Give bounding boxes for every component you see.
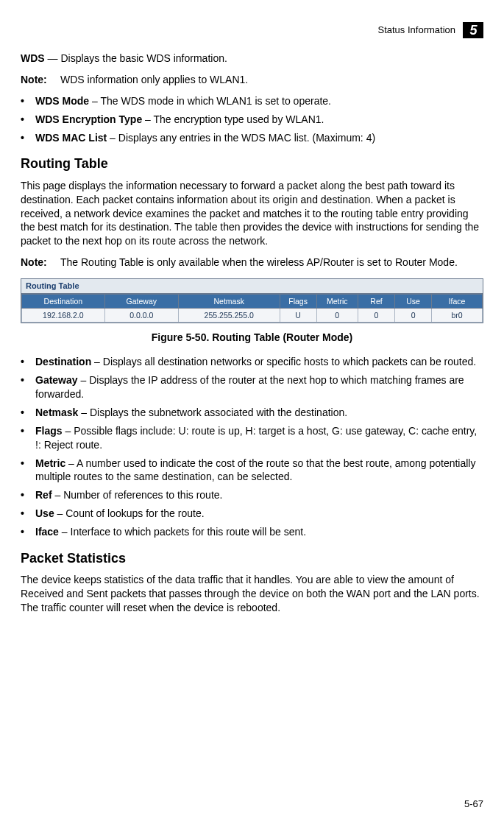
list-item: • Destination – Displays all destination… — [21, 355, 483, 369]
col-metric: Metric — [316, 294, 358, 308]
table-row: 192.168.2.0 0.0.0.0 255.255.255.0 U 0 0 … — [22, 309, 483, 323]
page-number: 5-67 — [464, 798, 483, 811]
header-section: Status Information — [378, 24, 456, 37]
packet-para: The device keeps statistics of the data … — [21, 573, 483, 615]
note-text: The Routing Table is only available when… — [60, 256, 458, 270]
wds-title-rest: — Displays the basic WDS information. — [45, 52, 227, 64]
cell-ref: 0 — [358, 309, 394, 323]
bullet-icon: • — [21, 406, 28, 420]
routing-para: This page displays the information neces… — [21, 179, 483, 248]
note-label: Note: — [21, 256, 53, 270]
wds-intro: WDS — Displays the basic WDS information… — [21, 52, 483, 66]
col-flags: Flags — [280, 294, 316, 308]
bullet-icon: • — [21, 94, 28, 108]
cell-iface: br0 — [432, 309, 483, 323]
figure-caption: Figure 5-50. Routing Table (Router Mode) — [21, 331, 483, 345]
list-item: • Iface – Interface to which packets for… — [21, 525, 483, 539]
list-item: • WDS MAC List – Displays any entries in… — [21, 131, 483, 145]
col-iface: Iface — [432, 294, 483, 308]
bullet-icon: • — [21, 131, 28, 145]
list-item: • Gateway – Displays the IP address of t… — [21, 373, 483, 401]
bullet-icon: • — [21, 355, 28, 369]
routing-table: Destination Gateway Netmask Flags Metric… — [21, 294, 483, 323]
table-header-row: Destination Gateway Netmask Flags Metric… — [22, 294, 483, 308]
packet-heading: Packet Statistics — [21, 549, 483, 567]
cell-gateway: 0.0.0.0 — [104, 309, 178, 323]
bullet-icon: • — [21, 113, 28, 127]
list-item: • Netmask – Displays the subnetwork asso… — [21, 406, 483, 420]
list-item: • Ref – Number of references to this rou… — [21, 488, 483, 502]
bullet-icon: • — [21, 457, 28, 485]
note-label: Note: — [21, 73, 53, 87]
list-item: • Flags – Possible flags include: U: rou… — [21, 424, 483, 452]
bullet-icon: • — [21, 525, 28, 539]
routing-table-panel: Routing Table Destination Gateway Netmas… — [21, 278, 483, 323]
page-header: Status Information 5 — [21, 22, 483, 38]
bullet-icon: • — [21, 373, 28, 401]
col-ref: Ref — [358, 294, 394, 308]
routing-note: Note: The Routing Table is only availabl… — [21, 256, 483, 270]
list-item: • Metric – A number used to indicate the… — [21, 457, 483, 485]
bullet-icon: • — [21, 488, 28, 502]
wds-note: Note: WDS information only applies to WL… — [21, 73, 483, 87]
cell-flags: U — [280, 309, 316, 323]
cell-destination: 192.168.2.0 — [22, 309, 105, 323]
col-use: Use — [395, 294, 432, 308]
bullet-icon: • — [21, 507, 28, 521]
col-netmask: Netmask — [178, 294, 280, 308]
wds-bullet-list: • WDS Mode – The WDS mode in which WLAN1… — [21, 94, 483, 145]
cell-netmask: 255.255.255.0 — [178, 309, 280, 323]
routing-bullet-list: • Destination – Displays all destination… — [21, 355, 483, 539]
note-text: WDS information only applies to WLAN1. — [60, 73, 248, 87]
wds-title: WDS — [21, 52, 45, 64]
col-gateway: Gateway — [104, 294, 178, 308]
routing-table-figure: Routing Table Destination Gateway Netmas… — [21, 278, 483, 323]
chapter-badge: 5 — [463, 22, 483, 38]
cell-metric: 0 — [316, 309, 358, 323]
routing-table-title: Routing Table — [21, 279, 483, 294]
list-item: • WDS Encryption Type – The encryption t… — [21, 113, 483, 127]
routing-heading: Routing Table — [21, 155, 483, 172]
col-destination: Destination — [22, 294, 105, 308]
bullet-icon: • — [21, 424, 28, 452]
list-item: • Use – Count of lookups for the route. — [21, 507, 483, 521]
list-item: • WDS Mode – The WDS mode in which WLAN1… — [21, 94, 483, 108]
cell-use: 0 — [395, 309, 432, 323]
